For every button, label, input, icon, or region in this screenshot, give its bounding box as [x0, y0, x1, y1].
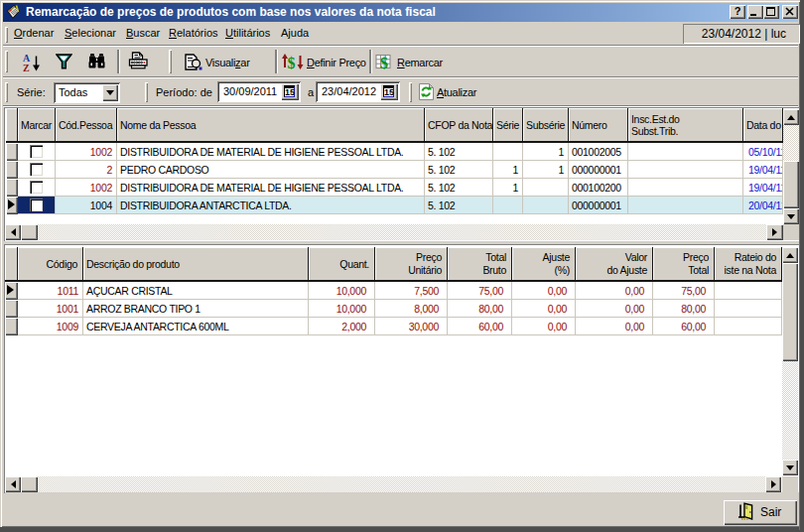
svg-text:Z: Z: [23, 63, 30, 73]
svg-text:$: $: [288, 55, 296, 71]
svg-text:$: $: [380, 55, 388, 71]
